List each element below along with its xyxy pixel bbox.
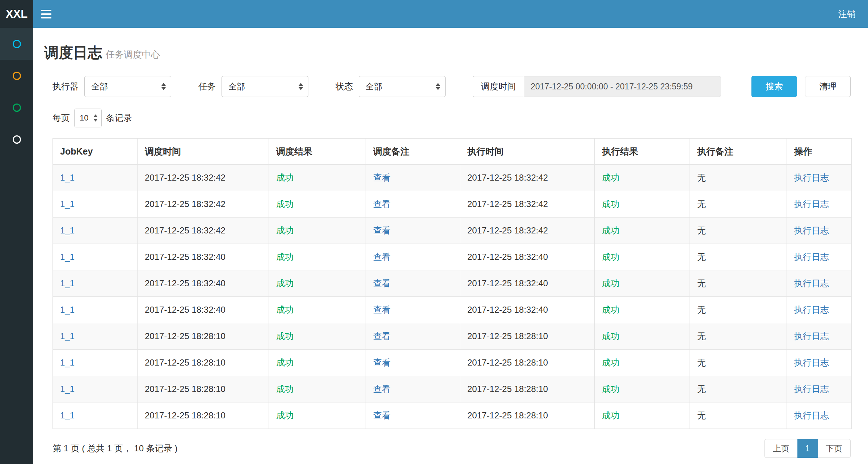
next-page-button[interactable]: 下页 — [817, 439, 851, 458]
handle-time-cell: 2017-12-25 18:32:42 — [460, 218, 595, 244]
trigger-time-cell: 2017-12-25 18:28:10 — [138, 350, 269, 376]
trigger-result-cell: 成功 — [269, 323, 366, 350]
column-header[interactable]: 执行备注 — [690, 139, 787, 165]
action-link[interactable]: 执行日志 — [794, 199, 829, 209]
clear-button[interactable]: 清理 — [805, 76, 851, 97]
table-row: 1_12017-12-25 18:32:42成功查看2017-12-25 18:… — [53, 165, 852, 191]
page-size-value: 10 — [80, 113, 88, 123]
jobkey-link[interactable]: 1_1 — [60, 278, 75, 288]
trigger-result-cell: 成功 — [269, 297, 366, 323]
trigger-msg-link[interactable]: 查看 — [373, 305, 391, 315]
jobkey-link[interactable]: 1_1 — [60, 173, 75, 182]
handle-msg-cell: 无 — [690, 244, 787, 270]
page-size-row: 每页 10 条记录 — [52, 109, 851, 127]
jobkey-link[interactable]: 1_1 — [60, 199, 75, 209]
trigger-result-cell: 成功 — [269, 376, 366, 402]
action-link[interactable]: 执行日志 — [794, 384, 829, 394]
trigger-msg-link[interactable]: 查看 — [373, 252, 391, 262]
column-header[interactable]: 调度时间 — [138, 139, 269, 165]
trigger-msg-link[interactable]: 查看 — [373, 410, 391, 420]
handle-time-cell: 2017-12-25 18:28:10 — [460, 376, 595, 402]
trigger-msg-link[interactable]: 查看 — [373, 278, 391, 288]
column-header[interactable]: 调度备注 — [366, 139, 460, 165]
trigger-msg-cell: 查看 — [366, 350, 460, 376]
handle-result-cell: 成功 — [595, 323, 690, 350]
page-size-select[interactable]: 10 — [74, 109, 102, 127]
trigger-msg-link[interactable]: 查看 — [373, 173, 391, 182]
handle-time-cell: 2017-12-25 18:28:10 — [460, 402, 595, 429]
content-area: 调度日志任务调度中心 执行器 全部 任务 全部 状态 — [33, 28, 868, 464]
table-header: JobKey调度时间调度结果调度备注执行时间执行结果执行备注操作 — [53, 139, 852, 165]
column-header[interactable]: 执行结果 — [595, 139, 690, 165]
handle-msg-cell: 无 — [690, 191, 787, 218]
executor-select-value: 全部 — [91, 81, 108, 92]
page-size-suffix: 条记录 — [106, 112, 132, 124]
status-select[interactable]: 全部 — [359, 76, 446, 97]
time-range-input[interactable] — [524, 76, 721, 97]
trigger-msg-link[interactable]: 查看 — [373, 331, 391, 341]
action-link[interactable]: 执行日志 — [794, 331, 829, 341]
column-header[interactable]: 操作 — [787, 139, 852, 165]
column-header[interactable]: JobKey — [53, 139, 138, 165]
handle-time-cell: 2017-12-25 18:28:10 — [460, 350, 595, 376]
search-button[interactable]: 搜索 — [751, 76, 797, 97]
logout-link[interactable]: 注销 — [826, 0, 868, 28]
jobkey-cell: 1_1 — [53, 218, 138, 244]
job-filter-group: 任务 全部 — [198, 76, 308, 97]
action-link[interactable]: 执行日志 — [794, 173, 829, 182]
filter-bar: 执行器 全部 任务 全部 状态 全部 — [52, 76, 851, 97]
table-row: 1_12017-12-25 18:32:40成功查看2017-12-25 18:… — [53, 297, 852, 323]
trigger-msg-link[interactable]: 查看 — [373, 358, 391, 367]
action-cell: 执行日志 — [787, 402, 852, 429]
jobkey-link[interactable]: 1_1 — [60, 252, 75, 262]
page-number-button[interactable]: 1 — [797, 439, 818, 458]
job-select[interactable]: 全部 — [222, 76, 308, 97]
page-subtitle: 任务调度中心 — [106, 49, 160, 59]
action-link[interactable]: 执行日志 — [794, 358, 829, 367]
trigger-time-cell: 2017-12-25 18:32:42 — [138, 191, 269, 218]
prev-page-button[interactable]: 上页 — [764, 439, 798, 458]
handle-msg-cell: 无 — [690, 165, 787, 191]
jobkey-link[interactable]: 1_1 — [60, 358, 75, 367]
trigger-msg-link[interactable]: 查看 — [373, 225, 391, 235]
action-link[interactable]: 执行日志 — [794, 278, 829, 288]
action-link[interactable]: 执行日志 — [794, 252, 829, 262]
sidebar-toggle-icon[interactable] — [33, 0, 59, 28]
action-link[interactable]: 执行日志 — [794, 410, 829, 420]
column-header[interactable]: 执行时间 — [460, 139, 595, 165]
status-filter-group: 状态 全部 — [336, 76, 446, 97]
log-table-wrap: JobKey调度时间调度结果调度备注执行时间执行结果执行备注操作 1_12017… — [52, 138, 851, 429]
sidebar-item-4[interactable] — [0, 123, 33, 155]
trigger-msg-link[interactable]: 查看 — [373, 199, 391, 209]
jobkey-link[interactable]: 1_1 — [60, 305, 75, 315]
jobkey-cell: 1_1 — [53, 402, 138, 429]
hamburger-bar — [41, 13, 51, 15]
app-logo[interactable]: XXL — [0, 0, 33, 28]
action-link[interactable]: 执行日志 — [794, 305, 829, 315]
sidebar-item-2[interactable] — [0, 60, 33, 92]
jobkey-link[interactable]: 1_1 — [60, 384, 75, 394]
action-link[interactable]: 执行日志 — [794, 225, 829, 235]
trigger-msg-cell: 查看 — [366, 297, 460, 323]
trigger-time-cell: 2017-12-25 18:32:40 — [138, 270, 269, 297]
pagination: 上页 1 下页 — [764, 439, 851, 458]
jobkey-cell: 1_1 — [53, 376, 138, 402]
page-title-text: 调度日志 — [44, 45, 102, 60]
trigger-result-cell: 成功 — [269, 244, 366, 270]
trigger-time-cell: 2017-12-25 18:28:10 — [138, 402, 269, 429]
executor-label: 执行器 — [52, 81, 79, 92]
sidebar-item-3[interactable] — [0, 92, 33, 123]
jobkey-cell: 1_1 — [53, 350, 138, 376]
handle-msg-cell: 无 — [690, 270, 787, 297]
jobkey-cell: 1_1 — [53, 244, 138, 270]
sidebar-item-1[interactable] — [0, 28, 33, 60]
column-header[interactable]: 调度结果 — [269, 139, 366, 165]
executor-filter-group: 执行器 全部 — [52, 76, 171, 97]
table-row: 1_12017-12-25 18:28:10成功查看2017-12-25 18:… — [53, 323, 852, 350]
trigger-msg-link[interactable]: 查看 — [373, 384, 391, 394]
jobkey-cell: 1_1 — [53, 297, 138, 323]
executor-select[interactable]: 全部 — [84, 76, 171, 97]
jobkey-link[interactable]: 1_1 — [60, 331, 75, 341]
jobkey-link[interactable]: 1_1 — [60, 410, 75, 420]
jobkey-link[interactable]: 1_1 — [60, 225, 75, 235]
